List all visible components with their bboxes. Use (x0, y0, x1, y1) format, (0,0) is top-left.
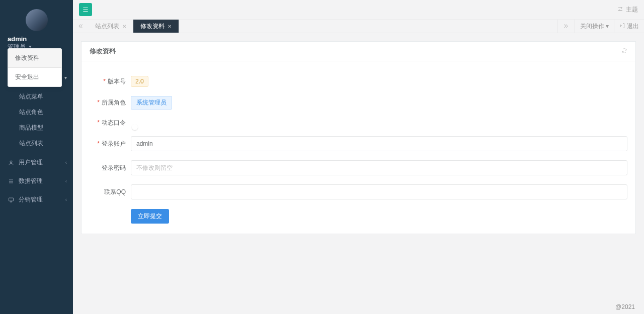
logout-icon (619, 23, 625, 30)
sidebar-item-label: 用户管理 (19, 158, 43, 167)
tabs-scroll-right[interactable] (557, 20, 575, 33)
tabs-scroll-left[interactable] (73, 20, 88, 33)
sidebar-sub-item[interactable]: 站点菜单 (0, 89, 73, 104)
tab-label: 修改资料 (140, 22, 165, 31)
submit-button[interactable]: 立即提交 (131, 209, 169, 224)
chevron-left-icon: ‹ (65, 197, 67, 202)
logout-button[interactable]: 退出 (614, 20, 644, 33)
footer: @2021 (73, 300, 644, 314)
caret-down-icon: ▾ (606, 23, 609, 30)
profile-dropdown: 修改资料 安全退出 (8, 48, 62, 87)
chevron-left-icon: ‹ (65, 178, 67, 184)
sidebar-item-user-mgmt[interactable]: 用户管理 ‹ (0, 153, 73, 172)
sidebar: admin 管理员 修改资料 安全退出 站点管理 ▾ 站点菜单 站点角色 (0, 0, 73, 314)
chevron-down-icon: ▾ (64, 75, 67, 80)
topbar: 主题 (73, 0, 644, 19)
field-label-qq: 联系QQ (104, 188, 126, 195)
avatar (26, 9, 48, 31)
close-icon[interactable]: ✕ (122, 24, 126, 29)
sidebar-sub-item[interactable]: 站点角色 (0, 104, 73, 120)
sidebar-nav: 站点管理 ▾ 站点菜单 站点角色 商品模型 站点列表 用户管理 ‹ 数 (0, 68, 73, 209)
account-input[interactable] (131, 136, 627, 151)
profile-name: admin (8, 35, 65, 43)
field-label-otp: 动态口令 (102, 119, 126, 126)
tabs-bar: 站点列表 ✕ 修改资料 ✕ 关闭操作 ▾ (73, 19, 644, 33)
sidebar-item-dist-mgmt[interactable]: 分销管理 ‹ (0, 190, 73, 209)
chevron-left-icon: ‹ (65, 160, 67, 165)
field-label-role: 所属角色 (102, 99, 126, 106)
sidebar-sub-site-mgmt: 站点菜单 站点角色 商品模型 站点列表 (0, 87, 73, 153)
footer-text: @2021 (615, 303, 635, 310)
tab-site-list[interactable]: 站点列表 ✕ (88, 20, 133, 33)
sidebar-toggle-button[interactable] (79, 3, 92, 16)
svg-point-2 (621, 7, 622, 8)
theme-button[interactable]: 主题 (617, 6, 638, 14)
main: 主题 站点列表 ✕ 修改资料 ✕ (73, 0, 644, 314)
svg-point-0 (10, 161, 12, 163)
caret-down-icon (29, 46, 32, 48)
close-icon[interactable]: ✕ (168, 24, 172, 29)
user-icon (8, 160, 15, 166)
svg-rect-1 (9, 198, 14, 201)
field-label-version: 版本号 (108, 78, 126, 85)
sliders-icon (617, 6, 624, 14)
tab-edit-profile[interactable]: 修改资料 ✕ (133, 20, 179, 33)
profile-dropdown-logout[interactable]: 安全退出 (8, 68, 61, 86)
content: 修改资料 *版本号 2.0 *所属角色 系统管理员 *动态 (73, 33, 644, 300)
profile-dropdown-edit[interactable]: 修改资料 (8, 49, 61, 67)
panel-title: 修改资料 (90, 47, 116, 56)
close-operations-dropdown[interactable]: 关闭操作 ▾ (575, 20, 614, 33)
field-label-password: 登录密码 (102, 164, 126, 171)
sidebar-sub-item[interactable]: 站点列表 (0, 136, 73, 151)
sidebar-item-label: 数据管理 (19, 177, 43, 185)
role-badge[interactable]: 系统管理员 (131, 96, 172, 110)
version-badge: 2.0 (131, 76, 148, 87)
field-label-account: 登录账户 (102, 140, 126, 147)
panel-header: 修改资料 (82, 42, 635, 61)
qq-input[interactable] (131, 184, 627, 199)
logout-label: 退出 (627, 22, 639, 31)
close-ops-label: 关闭操作 (580, 22, 604, 31)
panel-body: *版本号 2.0 *所属角色 系统管理员 *动态口令 *登录账户 (82, 61, 635, 234)
tab-label: 站点列表 (95, 22, 119, 31)
panel: 修改资料 *版本号 2.0 *所属角色 系统管理员 *动态 (81, 41, 636, 234)
sidebar-item-data-mgmt[interactable]: 数据管理 ‹ (0, 172, 73, 190)
password-input[interactable] (131, 160, 627, 175)
theme-label: 主题 (626, 6, 638, 14)
monitor-icon (8, 197, 15, 203)
svg-point-3 (619, 10, 620, 11)
sidebar-item-label: 分销管理 (19, 195, 43, 204)
refresh-icon[interactable] (621, 48, 627, 55)
sidebar-sub-item[interactable]: 商品模型 (0, 120, 73, 136)
list-icon (8, 178, 15, 184)
profile-block: admin 管理员 修改资料 安全退出 (0, 0, 73, 55)
